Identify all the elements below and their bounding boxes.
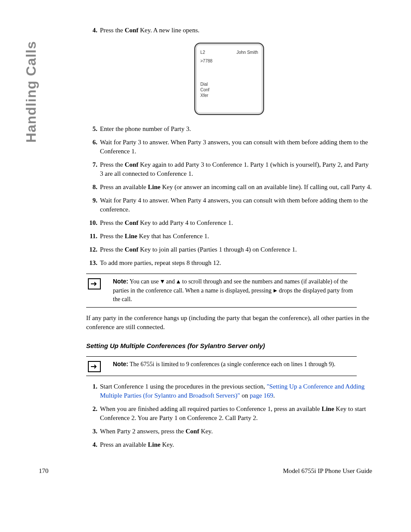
step-6: 6.Wait for Party 3 to answer. When Party… (86, 138, 372, 156)
phone-inner: L2 John Smith >7788 Dial Conf Xfer (197, 45, 262, 112)
step-text: Press the Conf Key. A new line opens. (100, 26, 372, 35)
step-7: 7.Press the Conf Key again to add Party … (86, 160, 372, 178)
triangle-down-icon (160, 278, 165, 286)
link-page-169[interactable]: page 169 (250, 392, 274, 399)
section-side-title: Handling Calls (22, 41, 41, 143)
step-12: 12.Press the Conf Key to join all partie… (86, 245, 372, 254)
step-b3: 3.When Party 2 answers, press the Conf K… (86, 427, 372, 436)
page-content: 4. Press the Conf Key. A new line opens.… (86, 26, 372, 449)
step-11: 11.Press the Line Key that has Conferenc… (86, 232, 372, 241)
step-9: 9.Wait for Party 4 to answer. When Party… (86, 196, 372, 214)
svg-marker-0 (161, 280, 164, 283)
note-box-2: Note: The 6755i is limited to 9 conferen… (86, 356, 357, 376)
steps-list-b: 1. Start Conference 1 using the procedur… (86, 382, 372, 449)
svg-marker-1 (177, 280, 180, 283)
step-5: 5.Enter the phone number of Party 3. (86, 124, 372, 134)
paragraph-hangup: If any party in the conference hangs up … (86, 314, 372, 332)
step-b4: 4.Press an available Line Key. (86, 440, 372, 449)
steps-list-a-cont: 5.Enter the phone number of Party 3. 6.W… (86, 124, 372, 268)
step-8: 8.Press an available Line Key (or answer… (86, 183, 372, 192)
arrow-right-icon (88, 278, 101, 289)
subheading-multiple-conf: Setting Up Multiple Conferences (for Syl… (86, 341, 372, 350)
step-b2: 2.When you are finished adding all requi… (86, 404, 372, 423)
triangle-up-icon (176, 278, 181, 286)
page-footer: 170 Model 6755i IP Phone User Guide (39, 467, 372, 476)
footer-title: Model 6755i IP Phone User Guide (283, 467, 372, 476)
note-box-1: Note: You can use and to scroll through … (86, 274, 357, 308)
phone-screen-illustration: L2 John Smith >7788 Dial Conf Xfer (194, 43, 264, 115)
note-text-1: Note: You can use and to scroll through … (113, 277, 355, 304)
phone-softkeys: Dial Conf Xfer (200, 81, 258, 98)
step-13: 13.To add more parties, repeat steps 8 t… (86, 258, 372, 268)
step-10: 10.Press the Conf Key to add Party 4 to … (86, 218, 372, 227)
step-b1: 1. Start Conference 1 using the procedur… (86, 382, 372, 400)
softkey-dial: Dial (200, 81, 258, 87)
svg-marker-2 (274, 289, 277, 292)
phone-caller-name: John Smith (237, 50, 258, 56)
note-label: Note: (113, 361, 128, 367)
steps-list-a: 4. Press the Conf Key. A new line opens. (86, 26, 372, 35)
note-text-2: Note: The 6755i is limited to 9 conferen… (113, 360, 355, 369)
step-4: 4. Press the Conf Key. A new line opens. (86, 26, 372, 35)
phone-line-label: L2 (200, 50, 205, 56)
arrow-right-icon (88, 361, 101, 372)
note-label: Note: (113, 278, 128, 285)
page-number: 170 (39, 467, 49, 476)
softkey-xfer: Xfer (200, 93, 258, 98)
triangle-right-icon (273, 287, 277, 296)
phone-number: >7788 (200, 58, 258, 64)
softkey-conf: Conf (200, 87, 258, 93)
step-number: 4. (86, 26, 100, 35)
